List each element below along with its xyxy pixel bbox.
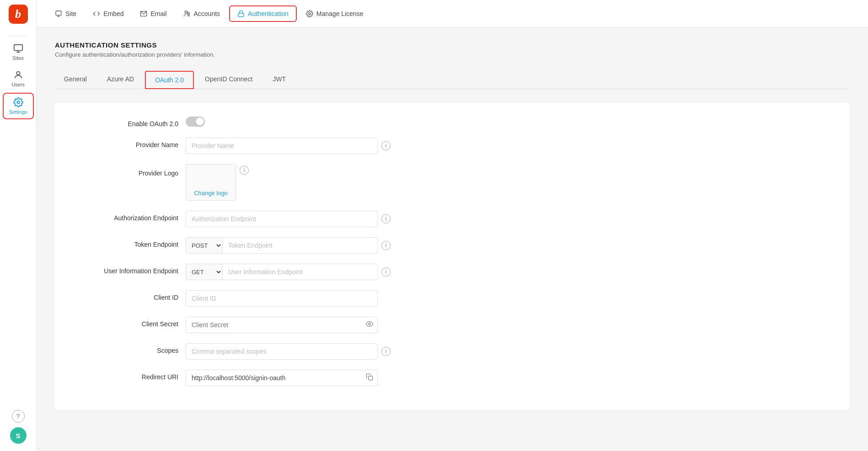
svg-point-3: [16, 72, 20, 75]
scopes-info-icon[interactable]: i: [381, 347, 391, 356]
sidebar-item-settings-label: Settings: [9, 109, 27, 115]
toggle-knob: [196, 117, 204, 126]
client-id-row: Client ID: [73, 290, 831, 307]
user-icon: [13, 70, 23, 80]
tab-azure-ad[interactable]: Azure AD: [98, 71, 143, 89]
auth-endpoint-info-icon[interactable]: i: [381, 214, 391, 223]
enable-oauth-row: Enable OAuth 2.0: [73, 117, 831, 127]
accounts-icon: [183, 10, 191, 17]
form-section: Enable OAuth 2.0 Provider Name i Provide…: [55, 103, 850, 410]
sidebar-bottom: ? S: [10, 410, 27, 451]
gear-icon: [13, 97, 23, 107]
nav-item-embed[interactable]: Embed: [86, 6, 131, 21]
provider-logo-info-icon[interactable]: i: [240, 166, 249, 175]
client-id-input[interactable]: [186, 290, 378, 307]
user-info-method-select[interactable]: GET POST: [186, 264, 222, 280]
user-info-endpoint-combo: GET POST: [186, 264, 378, 280]
user-info-endpoint-control: GET POST i: [186, 264, 831, 280]
scopes-control: i: [186, 343, 831, 360]
user-info-endpoint-info-icon[interactable]: i: [381, 267, 391, 276]
nav-item-accounts[interactable]: Accounts: [176, 6, 228, 21]
nav-item-manage-license[interactable]: Manage License: [299, 6, 371, 21]
nav-site-label: Site: [65, 10, 76, 17]
redirect-uri-control: [186, 370, 831, 386]
provider-name-row: Provider Name i: [73, 138, 831, 154]
token-method-select[interactable]: POST GET: [186, 237, 222, 254]
nav-embed-label: Embed: [103, 10, 123, 17]
client-id-label: Client ID: [73, 290, 178, 301]
app-logo[interactable]: b: [9, 5, 28, 24]
token-endpoint-control: POST GET i: [186, 237, 831, 254]
svg-point-9: [185, 11, 187, 13]
tab-jwt[interactable]: JWT: [263, 71, 295, 89]
nav-manage-license-label: Manage License: [316, 10, 364, 17]
enable-oauth-control: [186, 117, 831, 127]
avatar[interactable]: S: [10, 427, 27, 444]
copy-uri-icon[interactable]: [366, 373, 373, 382]
embed-icon: [93, 10, 100, 17]
redirect-uri-label: Redirect URI: [73, 370, 178, 381]
topnav: Site Embed Email Accounts: [37, 0, 868, 27]
client-id-control: [186, 290, 831, 307]
client-secret-row: Client Secret: [73, 317, 831, 333]
svg-rect-11: [238, 13, 244, 16]
client-secret-label: Client Secret: [73, 317, 178, 328]
tab-oauth2[interactable]: OAuth 2.0: [145, 71, 194, 89]
sidebar-item-sites-label: Sites: [12, 55, 23, 61]
token-endpoint-row: Token Endpoint POST GET i: [73, 237, 831, 254]
provider-name-info-icon[interactable]: i: [381, 141, 391, 150]
enable-oauth-label: Enable OAuth 2.0: [73, 117, 178, 127]
lock-icon: [237, 10, 245, 17]
nav-item-site[interactable]: Site: [48, 6, 84, 21]
token-endpoint-combo: POST GET: [186, 237, 378, 254]
nav-item-authentication[interactable]: Authentication: [229, 5, 297, 22]
token-endpoint-input[interactable]: [222, 237, 378, 254]
svg-rect-14: [369, 376, 373, 380]
site-icon: [55, 10, 62, 17]
user-info-endpoint-label: User Information Endpoint: [73, 264, 178, 275]
client-secret-wrap: [186, 317, 378, 333]
nav-email-label: Email: [150, 10, 166, 17]
email-icon: [140, 10, 147, 17]
help-button[interactable]: ?: [12, 410, 25, 423]
auth-endpoint-row: Authorization Endpoint i: [73, 211, 831, 227]
scopes-row: Scopes i: [73, 343, 831, 360]
user-info-endpoint-row: User Information Endpoint GET POST i: [73, 264, 831, 280]
oauth-toggle[interactable]: [186, 117, 205, 127]
provider-logo-row: Provider Logo Change logo i: [73, 164, 831, 201]
page-title: AUTHENTICATION SETTINGS: [55, 41, 850, 49]
sidebar-divider: [9, 36, 27, 36]
sidebar: b Sites Users Settings ? S: [0, 0, 37, 451]
svg-point-12: [309, 13, 311, 15]
nav-item-email[interactable]: Email: [133, 6, 174, 21]
client-secret-input[interactable]: [186, 317, 378, 333]
sidebar-item-users-label: Users: [11, 82, 25, 87]
logo-upload-box: Change logo: [186, 164, 236, 201]
scopes-label: Scopes: [73, 343, 178, 354]
provider-logo-control: Change logo i: [186, 164, 831, 201]
client-secret-control: [186, 317, 831, 333]
scopes-input[interactable]: [186, 343, 378, 360]
provider-name-input[interactable]: [186, 138, 378, 154]
page-subtitle: Configure authentication/authorization p…: [55, 51, 850, 58]
sidebar-item-settings[interactable]: Settings: [3, 93, 34, 119]
svg-rect-5: [56, 11, 61, 15]
main-area: Site Embed Email Accounts: [37, 0, 868, 451]
sidebar-item-users[interactable]: Users: [3, 66, 34, 91]
monitor-icon: [13, 43, 23, 53]
page-content: AUTHENTICATION SETTINGS Configure authen…: [37, 27, 868, 451]
token-endpoint-info-icon[interactable]: i: [381, 241, 391, 250]
tab-openid-connect[interactable]: OpenID Connect: [196, 71, 262, 89]
user-info-endpoint-input[interactable]: [222, 264, 378, 280]
svg-point-10: [188, 12, 189, 14]
redirect-uri-row: Redirect URI: [73, 370, 831, 386]
provider-name-control: i: [186, 138, 831, 154]
auth-endpoint-input[interactable]: [186, 211, 378, 227]
change-logo-button[interactable]: Change logo: [194, 190, 228, 196]
nav-authentication-label: Authentication: [248, 10, 289, 17]
tab-general[interactable]: General: [55, 71, 96, 89]
auth-endpoint-control: i: [186, 211, 831, 227]
sidebar-item-sites[interactable]: Sites: [3, 40, 34, 64]
redirect-uri-input[interactable]: [186, 370, 378, 386]
show-secret-icon[interactable]: [366, 320, 373, 329]
